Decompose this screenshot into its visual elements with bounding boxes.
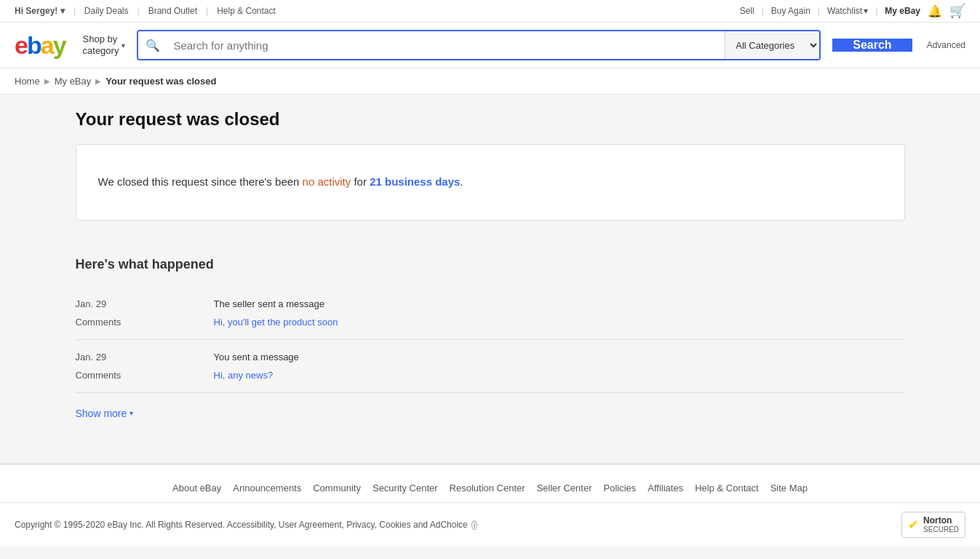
breadcrumb-home[interactable]: Home — [15, 76, 40, 87]
greeting-chevron: ▾ — [60, 6, 65, 16]
cookies-link[interactable]: Cookies — [379, 520, 410, 530]
footer-about[interactable]: About eBay — [172, 483, 221, 493]
norton-check-icon: ✔ — [908, 517, 919, 533]
footer-seller[interactable]: Seller Center — [537, 483, 592, 493]
main-content: Your request was closed We closed this r… — [61, 109, 920, 434]
daily-deals-link[interactable]: Daily Deals — [84, 6, 129, 16]
cart-icon[interactable]: 🛒 — [949, 3, 965, 19]
history-comment-1[interactable]: Hi, you'll get the product soon — [214, 317, 905, 328]
search-bar: 🔍 All Categories — [137, 30, 821, 60]
search-button[interactable]: Search — [832, 39, 912, 52]
top-bar-right: Sell | Buy Again | Watchlist ▾ | My eBay… — [740, 3, 965, 19]
show-more-button[interactable]: Show more ▾ — [76, 408, 134, 419]
myebay-link[interactable]: My eBay — [885, 6, 920, 16]
footer-help[interactable]: Help & Contact — [695, 483, 758, 493]
separator-1: | — [73, 6, 76, 16]
no-activity-text: no activity — [303, 175, 351, 188]
history-comment-2[interactable]: Hi, any news? — [214, 370, 905, 381]
search-input[interactable] — [167, 31, 725, 59]
info-message: We closed this request since there's bee… — [98, 174, 883, 191]
history-title: Here's what happened — [76, 257, 905, 272]
adchoice-icon: i — [471, 520, 477, 530]
footer-announcements[interactable]: Announcements — [233, 483, 301, 493]
footer-security[interactable]: Security Center — [373, 483, 438, 493]
greeting[interactable]: Hi Sergey! ▾ — [15, 6, 65, 16]
info-box: We closed this request since there's bee… — [76, 144, 905, 221]
page-title: Your request was closed — [76, 109, 905, 130]
footer-community[interactable]: Community — [313, 483, 361, 493]
footer-bottom: Copyright © 1995-2020 eBay Inc. All Righ… — [0, 503, 980, 547]
brand-outlet-link[interactable]: Brand Outlet — [148, 6, 197, 16]
buy-again-link[interactable]: Buy Again — [771, 6, 810, 16]
breadcrumb-current: Your request was closed — [105, 76, 216, 87]
history-section: Here's what happened Jan. 29 The seller … — [76, 242, 905, 434]
shop-by-chevron: ▾ — [121, 41, 125, 49]
footer-policies[interactable]: Policies — [604, 483, 637, 493]
notifications-bell-icon[interactable]: 🔔 — [928, 4, 942, 18]
history-comments-label-2: Comments — [76, 370, 207, 381]
history-item-2: Jan. 29 You sent a message Comments Hi, … — [76, 340, 905, 393]
help-contact-link[interactable]: Help & Contact — [217, 6, 276, 16]
breadcrumb: Home ▶ My eBay ▶ Your request was closed — [0, 68, 980, 95]
separator-2: | — [138, 6, 140, 16]
breadcrumb-separator-1: ▶ — [44, 77, 50, 85]
separator-3: | — [206, 6, 208, 16]
history-action-2: You sent a message — [214, 352, 905, 362]
footer-sitemap[interactable]: Site Map — [770, 483, 808, 493]
history-item-1: Jan. 29 The seller sent a message Commen… — [76, 287, 905, 340]
days-text: 21 business days — [370, 175, 460, 188]
footer: About eBay Announcements Community Secur… — [0, 463, 980, 547]
history-date-2: Jan. 29 — [76, 352, 207, 362]
search-icon: 🔍 — [146, 39, 160, 52]
history-comments-label-1: Comments — [76, 317, 207, 328]
category-select[interactable]: All Categories — [725, 31, 819, 59]
breadcrumb-separator-2: ▶ — [95, 77, 101, 85]
user-agreement-link[interactable]: User Agreement — [279, 520, 342, 530]
watchlist-link[interactable]: Watchlist ▾ — [827, 6, 868, 16]
advanced-search-link[interactable]: Advanced — [927, 40, 965, 50]
footer-affiliates[interactable]: Affiliates — [648, 483, 683, 493]
header: ebay Shop by category ▾ 🔍 All Categories… — [0, 23, 980, 68]
history-date-1: Jan. 29 — [76, 298, 207, 309]
show-more-chevron: ▾ — [130, 409, 133, 417]
footer-links: About eBay Announcements Community Secur… — [0, 465, 980, 503]
sell-link[interactable]: Sell — [740, 6, 754, 16]
footer-resolution[interactable]: Resolution Center — [450, 483, 525, 493]
top-bar-left: Hi Sergey! ▾ | Daily Deals | Brand Outle… — [15, 6, 276, 16]
ebay-logo[interactable]: ebay — [15, 31, 65, 60]
top-bar: Hi Sergey! ▾ | Daily Deals | Brand Outle… — [0, 0, 980, 23]
watchlist-chevron: ▾ — [864, 6, 868, 16]
shop-by-category[interactable]: Shop by category ▾ — [83, 33, 126, 56]
norton-badge: ✔ Norton SECURED — [901, 512, 965, 538]
history-action-1: The seller sent a message — [214, 298, 905, 309]
breadcrumb-myebay[interactable]: My eBay — [55, 76, 92, 87]
accessibility-link[interactable]: Accessibility — [227, 520, 274, 530]
adchoice-link[interactable]: AdChoice — [430, 520, 468, 530]
copyright: Copyright © 1995-2020 eBay Inc. All Righ… — [15, 520, 477, 530]
privacy-link[interactable]: Privacy — [346, 520, 374, 530]
